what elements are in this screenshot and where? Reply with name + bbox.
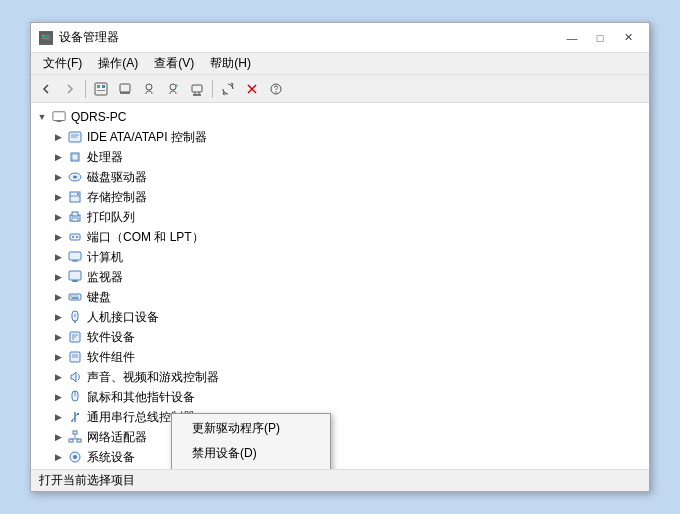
- usb-expander[interactable]: ▶: [51, 410, 65, 424]
- processor-expander[interactable]: ▶: [51, 150, 65, 164]
- tree-item-mouse[interactable]: ▶ 鼠标和其他指针设备: [31, 387, 649, 407]
- menu-help[interactable]: 帮助(H): [202, 53, 259, 74]
- computer-expander[interactable]: ▶: [51, 250, 65, 264]
- ctx-uninstall-device[interactable]: 卸载设备(U): [172, 466, 330, 469]
- svg-text:+: +: [175, 82, 179, 88]
- port-icon: [67, 229, 83, 245]
- tree-item-ide[interactable]: ▶ IDE ATA/ATAPI 控制器: [31, 127, 649, 147]
- svg-rect-7: [97, 90, 105, 91]
- keyboard-expander[interactable]: ▶: [51, 290, 65, 304]
- refresh-button[interactable]: [217, 78, 239, 100]
- tree-item-disk[interactable]: ▶ 磁盘驱动器: [31, 167, 649, 187]
- root-expander[interactable]: ▼: [35, 110, 49, 124]
- maximize-button[interactable]: □: [587, 28, 613, 48]
- tree-item-processor[interactable]: ▶ 处理器: [31, 147, 649, 167]
- close-button[interactable]: ✕: [615, 28, 641, 48]
- toolbar-btn-2[interactable]: [114, 78, 136, 100]
- ctx-disable-device[interactable]: 禁用设备(D): [172, 441, 330, 466]
- audio-label: 声音、视频和游戏控制器: [87, 369, 219, 386]
- toolbar-btn-5[interactable]: [186, 78, 208, 100]
- tree-item-system[interactable]: ▶ 系统设备: [31, 447, 649, 467]
- tree-item-port[interactable]: ▶ 端口（COM 和 LPT）: [31, 227, 649, 247]
- mouse-label: 鼠标和其他指针设备: [87, 389, 195, 406]
- network-expander[interactable]: ▶: [51, 430, 65, 444]
- cancel-button[interactable]: [241, 78, 263, 100]
- toolbar-btn-3[interactable]: [138, 78, 160, 100]
- tree-item-computer[interactable]: ▶ 计算机: [31, 247, 649, 267]
- menu-action[interactable]: 操作(A): [90, 53, 146, 74]
- svg-rect-13: [192, 85, 202, 92]
- svg-rect-43: [69, 271, 81, 280]
- hid-label: 人机接口设备: [87, 309, 159, 326]
- mouse-icon: [67, 389, 83, 405]
- hid-expander[interactable]: ▶: [51, 310, 65, 324]
- svg-point-39: [76, 236, 78, 238]
- print-expander[interactable]: ▶: [51, 210, 65, 224]
- svg-rect-65: [77, 413, 79, 415]
- tree-item-audio[interactable]: ▶ 声音、视频和游戏控制器: [31, 367, 649, 387]
- menu-view[interactable]: 查看(V): [146, 53, 202, 74]
- system-label: 系统设备: [87, 449, 135, 466]
- help-button[interactable]: [265, 78, 287, 100]
- menu-file[interactable]: 文件(F): [35, 53, 90, 74]
- monitor-icon: [67, 269, 83, 285]
- svg-rect-21: [53, 112, 65, 121]
- context-menu: 更新驱动程序(P) 禁用设备(D) 卸载设备(U) 扫描检测硬件改动(A) 属性…: [171, 413, 331, 469]
- tree-item-keyboard[interactable]: ▶ 键盘: [31, 287, 649, 307]
- title-bar: 设备管理器 — □ ✕: [31, 23, 649, 53]
- storage-expander[interactable]: ▶: [51, 190, 65, 204]
- tree-item-softcomp[interactable]: ▶ 软件组件: [31, 347, 649, 367]
- tree-item-usb[interactable]: ▶ 通用串行总线控制器: [31, 407, 649, 427]
- monitor-expander[interactable]: ▶: [51, 270, 65, 284]
- svg-rect-37: [70, 234, 80, 240]
- processor-icon: [67, 149, 83, 165]
- softcomp-expander[interactable]: ▶: [51, 350, 65, 364]
- root-label: QDRS-PC: [71, 110, 126, 124]
- storage-label: 存储控制器: [87, 189, 147, 206]
- network-label: 网络适配器: [87, 429, 147, 446]
- tree-item-display[interactable]: ▼ 显示适配器: [31, 467, 649, 469]
- tree-item-print[interactable]: ▶ 打印队列: [31, 207, 649, 227]
- tree-item-network[interactable]: ▶ 网络适配器: [31, 427, 649, 447]
- svg-rect-36: [72, 218, 78, 221]
- disk-expander[interactable]: ▶: [51, 170, 65, 184]
- svg-rect-1: [42, 35, 45, 37]
- svg-rect-35: [72, 212, 78, 216]
- tree-item-storage[interactable]: ▶ 存储控制器: [31, 187, 649, 207]
- svg-rect-70: [77, 439, 81, 442]
- hid-icon: [67, 309, 83, 325]
- toolbar-sep-1: [85, 80, 86, 98]
- tree-root[interactable]: ▼ QDRS-PC: [31, 107, 649, 127]
- device-tree[interactable]: ▼ QDRS-PC ▶ IDE ATA/ATAPI 控制器: [31, 103, 649, 469]
- back-button[interactable]: [35, 78, 57, 100]
- softdev-icon: [67, 329, 83, 345]
- ctx-update-driver[interactable]: 更新驱动程序(P): [172, 416, 330, 441]
- device-manager-window: 设备管理器 — □ ✕ 文件(F) 操作(A) 查看(V) 帮助(H): [30, 22, 650, 492]
- softdev-expander[interactable]: ▶: [51, 330, 65, 344]
- port-expander[interactable]: ▶: [51, 230, 65, 244]
- tree-item-softdev[interactable]: ▶ 软件设备: [31, 327, 649, 347]
- keyboard-label: 键盘: [87, 289, 111, 306]
- audio-expander[interactable]: ▶: [51, 370, 65, 384]
- status-bar: 打开当前选择项目: [31, 469, 649, 491]
- toolbar-btn-4[interactable]: +: [162, 78, 184, 100]
- svg-point-38: [72, 236, 74, 238]
- print-label: 打印队列: [87, 209, 135, 226]
- svg-point-75: [73, 455, 77, 459]
- system-expander[interactable]: ▶: [51, 450, 65, 464]
- tree-item-monitor[interactable]: ▶ 监视器: [31, 267, 649, 287]
- menu-bar: 文件(F) 操作(A) 查看(V) 帮助(H): [31, 53, 649, 75]
- forward-button[interactable]: [59, 78, 81, 100]
- mouse-expander[interactable]: ▶: [51, 390, 65, 404]
- toolbar: +: [31, 75, 649, 103]
- minimize-button[interactable]: —: [559, 28, 585, 48]
- tree-item-hid[interactable]: ▶ 人机接口设备: [31, 307, 649, 327]
- toolbar-btn-1[interactable]: [90, 78, 112, 100]
- ide-expander[interactable]: ▶: [51, 130, 65, 144]
- window-controls: — □ ✕: [559, 28, 641, 48]
- usb-icon: [67, 409, 83, 425]
- monitor-label: 监视器: [87, 269, 123, 286]
- svg-rect-3: [42, 38, 49, 39]
- svg-rect-2: [46, 35, 49, 37]
- ide-icon: [67, 129, 83, 145]
